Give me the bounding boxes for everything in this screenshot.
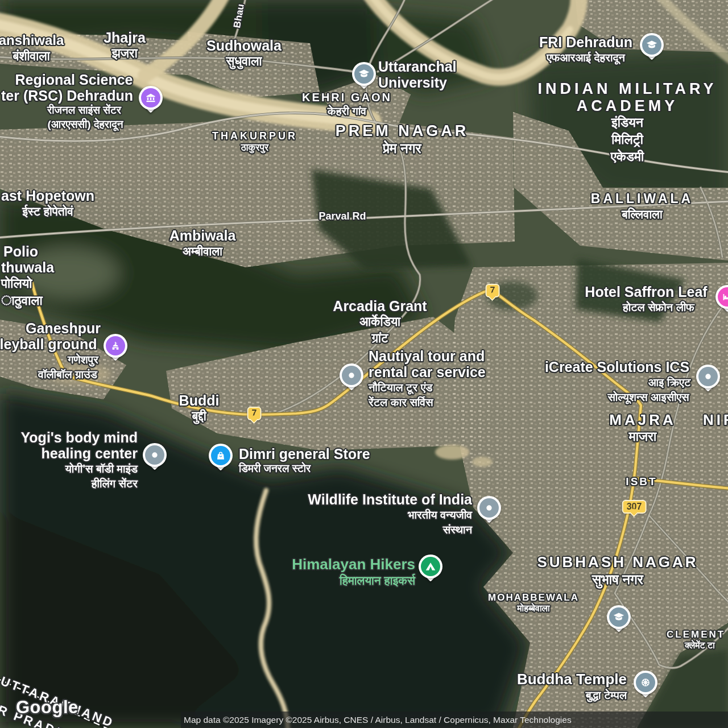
icreate-solutions-pin[interactable] — [696, 365, 721, 388]
pin-circle — [419, 555, 442, 578]
himalayan-hikers-pin[interactable] — [418, 555, 443, 578]
pin-circle — [477, 496, 501, 520]
fri-dehradun-pin[interactable] — [639, 33, 664, 57]
pin-circle — [104, 334, 127, 358]
pin-circle — [209, 444, 233, 468]
place-dot-icon — [145, 445, 164, 465]
pin-circle — [634, 671, 657, 694]
graduation-cap-icon — [354, 64, 374, 84]
place-dot-icon — [698, 367, 718, 386]
buddha-temple-pin[interactable] — [633, 671, 658, 694]
pin-circle — [340, 363, 363, 387]
pin-circle — [640, 33, 664, 57]
pin-circle — [607, 605, 631, 629]
pin-circle — [715, 285, 728, 309]
dimri-general-store-pin[interactable] — [208, 444, 233, 468]
yogis-healing-center-pin[interactable] — [142, 443, 167, 467]
google-logo[interactable]: Google — [16, 697, 78, 718]
bed-icon — [718, 287, 728, 307]
hotel-saffron-leaf-pin[interactable] — [715, 285, 728, 309]
ganeshpur-volleyball-ground-pin[interactable] — [103, 334, 128, 358]
wildlife-institute-pin[interactable] — [477, 496, 502, 520]
regional-science-centre-pin[interactable] — [138, 86, 163, 110]
pin-circle — [352, 62, 376, 86]
place-dot-icon — [479, 498, 499, 518]
pin-circle — [139, 86, 163, 110]
pins-layer — [0, 0, 728, 728]
graduation-cap-icon — [642, 35, 661, 55]
place-dot-icon — [342, 366, 361, 385]
map-canvas[interactable]: 77307 anshiwalaबंशीवालाJhajraझजराSudhowa… — [0, 0, 728, 728]
museum-icon — [141, 88, 160, 107]
school-pin[interactable] — [606, 605, 631, 629]
tent-icon — [421, 557, 440, 576]
uttaranchal-university-pin[interactable] — [351, 62, 377, 86]
ground-icon — [106, 336, 125, 355]
pin-circle — [143, 443, 167, 467]
nautiyal-tour-pin[interactable] — [339, 363, 364, 387]
dharma-wheel-icon — [636, 673, 655, 692]
graduation-cap-icon — [609, 607, 628, 627]
pin-circle — [696, 365, 720, 388]
attribution-bar: Map data ©2025 Imagery ©2025 Airbus, CNE… — [181, 712, 728, 728]
shopping-bag-icon — [211, 446, 230, 465]
attribution-text: Map data ©2025 Imagery ©2025 Airbus, CNE… — [184, 715, 572, 725]
